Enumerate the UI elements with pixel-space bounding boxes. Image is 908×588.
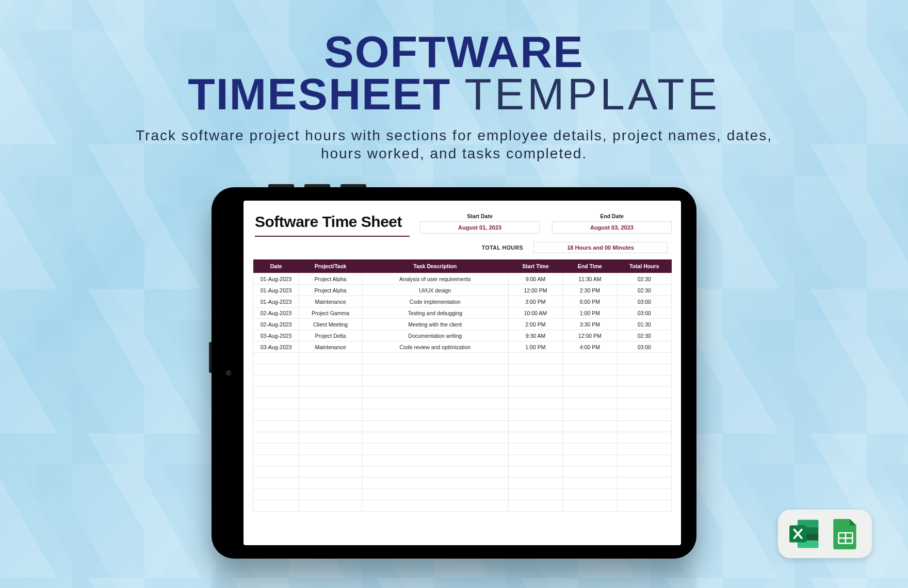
cell-empty — [362, 500, 508, 512]
format-badges — [778, 510, 872, 558]
promo-content: SOFTWARE TIMESHEET TEMPLATE Track softwa… — [0, 0, 908, 588]
cell-empty — [362, 432, 508, 444]
headline-line1: SOFTWARE — [188, 31, 720, 73]
cell-empty — [299, 387, 362, 398]
cell-empty — [508, 364, 562, 375]
cell-empty — [362, 410, 508, 421]
table-row: 01-Aug-2023MaintenanceCode implementatio… — [253, 296, 672, 307]
cell-empty — [253, 421, 299, 432]
total-hours-label: TOTAL HOURS — [482, 244, 523, 251]
end-date-label: End Date — [552, 213, 672, 219]
cell-date: 03-Aug-2023 — [253, 341, 299, 353]
cell-end: 3:30 PM — [563, 319, 617, 330]
tablet-reflection — [212, 557, 696, 588]
cell-empty — [563, 500, 617, 512]
cell-empty — [253, 353, 299, 364]
cell-empty — [362, 455, 508, 466]
cell-empty — [563, 387, 617, 398]
cell-empty — [299, 478, 362, 489]
cell-empty — [508, 455, 562, 466]
cell-start: 1:00 PM — [508, 341, 562, 353]
table-row-empty — [253, 432, 672, 444]
cell-empty — [299, 466, 362, 478]
table-header-row: Date Project/Task Task Description Start… — [253, 259, 672, 273]
cell-empty — [253, 455, 299, 466]
subheadline: Track software project hours with sectio… — [119, 126, 789, 162]
cell-empty — [253, 432, 299, 444]
col-desc: Task Description — [362, 259, 508, 273]
cell-empty — [617, 455, 671, 466]
cell-empty — [617, 421, 671, 432]
table-row-empty — [253, 375, 672, 387]
cell-project: Maintenance — [299, 341, 362, 353]
cell-empty — [617, 410, 671, 421]
cell-date: 02-Aug-2023 — [253, 319, 299, 330]
cell-empty — [563, 444, 617, 455]
table-row: 01-Aug-2023Project AlphaAnalysis of user… — [253, 273, 672, 285]
cell-empty — [563, 466, 617, 478]
cell-empty — [617, 478, 671, 489]
table-row-empty — [253, 421, 672, 432]
cell-total: 02:30 — [617, 330, 671, 341]
table-row-empty — [253, 500, 672, 512]
cell-start: 9:30 AM — [508, 330, 562, 341]
cell-empty — [299, 500, 362, 512]
total-hours-value: 18 Hours and 00 Minutes — [533, 242, 668, 253]
timesheet-table: Date Project/Task Task Description Start… — [253, 259, 672, 512]
cell-desc: Code review and optimization — [362, 341, 508, 353]
cell-end: 12:00 PM — [563, 330, 617, 341]
headline: SOFTWARE TIMESHEET TEMPLATE — [188, 31, 720, 115]
cell-total: 02:30 — [617, 273, 671, 285]
cell-desc: Code implementation — [362, 296, 508, 307]
col-project: Project/Task — [299, 259, 362, 273]
sheet-header-row: Software Time Sheet Start Date August 01… — [253, 213, 672, 237]
cell-empty — [253, 466, 299, 478]
cell-desc: Documentation writing — [362, 330, 508, 341]
cell-empty — [563, 455, 617, 466]
start-date-value: August 01, 2023 — [420, 221, 540, 234]
total-hours-row: TOTAL HOURS 18 Hours and 00 Minutes — [253, 242, 672, 253]
cell-empty — [508, 353, 562, 364]
cell-empty — [617, 398, 671, 410]
cell-empty — [563, 398, 617, 410]
cell-empty — [508, 410, 562, 421]
cell-empty — [253, 444, 299, 455]
cell-empty — [508, 489, 562, 500]
cell-empty — [508, 421, 562, 432]
cell-total: 03:00 — [617, 296, 671, 307]
col-end: End Time — [563, 259, 617, 273]
cell-empty — [563, 364, 617, 375]
cell-empty — [617, 432, 671, 444]
cell-project: Project Gamma — [299, 307, 362, 319]
cell-total: 03:00 — [617, 341, 671, 353]
excel-icon — [787, 517, 821, 551]
table-row-empty — [253, 364, 672, 375]
cell-empty — [508, 500, 562, 512]
cell-empty — [617, 466, 671, 478]
table-row-empty — [253, 489, 672, 500]
table-row-empty — [253, 387, 672, 398]
cell-empty — [362, 387, 508, 398]
cell-empty — [617, 375, 671, 387]
cell-empty — [362, 375, 508, 387]
cell-empty — [617, 489, 671, 500]
cell-date: 01-Aug-2023 — [253, 285, 299, 296]
cell-total: 02:30 — [617, 285, 671, 296]
cell-empty — [299, 455, 362, 466]
cell-empty — [563, 478, 617, 489]
start-date-block: Start Date August 01, 2023 — [420, 213, 540, 234]
table-row-empty — [253, 398, 672, 410]
cell-empty — [362, 364, 508, 375]
cell-empty — [299, 375, 362, 387]
headline-thin: TEMPLATE — [464, 69, 720, 119]
table-row-empty — [253, 444, 672, 455]
end-date-value: August 03, 2023 — [552, 221, 672, 234]
start-date-label: Start Date — [420, 213, 540, 219]
cell-empty — [253, 478, 299, 489]
cell-empty — [508, 466, 562, 478]
cell-empty — [299, 489, 362, 500]
tablet-screen: Software Time Sheet Start Date August 01… — [244, 201, 681, 545]
cell-project: Client Meeting — [299, 319, 362, 330]
cell-end: 6:00 PM — [563, 296, 617, 307]
cell-start: 12:00 PM — [508, 285, 562, 296]
